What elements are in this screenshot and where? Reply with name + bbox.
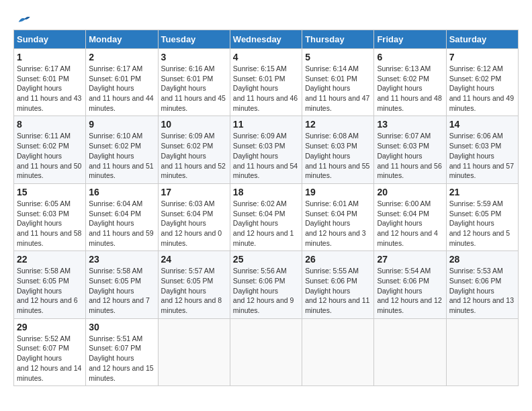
day-info: Sunrise: 5:54 AM Sunset: 6:06 PM Dayligh…: [377, 266, 443, 315]
day-info: Sunrise: 5:59 AM Sunset: 6:05 PM Dayligh…: [449, 199, 515, 248]
day-number: 2: [89, 52, 154, 62]
calendar-cell: 24 Sunrise: 5:57 AM Sunset: 6:05 PM Dayl…: [158, 251, 230, 318]
calendar-cell: 7 Sunrise: 6:12 AM Sunset: 6:02 PM Dayli…: [446, 49, 518, 116]
page-header: [13, 13, 519, 23]
calendar-cell: 14 Sunrise: 6:06 AM Sunset: 6:03 PM Dayl…: [446, 116, 518, 183]
day-number: 8: [17, 119, 83, 130]
calendar-cell: 30 Sunrise: 5:51 AM Sunset: 6:07 PM Dayl…: [86, 318, 158, 385]
day-number: 30: [89, 322, 154, 332]
calendar-cell: 28 Sunrise: 5:53 AM Sunset: 6:06 PM Dayl…: [446, 251, 518, 318]
calendar-cell: 16 Sunrise: 6:04 AM Sunset: 6:04 PM Dayl…: [86, 183, 158, 250]
calendar-cell: 2 Sunrise: 6:17 AM Sunset: 6:01 PM Dayli…: [86, 49, 158, 116]
day-number: 28: [449, 254, 515, 265]
calendar-cell: 11 Sunrise: 6:09 AM Sunset: 6:03 PM Dayl…: [230, 116, 302, 183]
day-info: Sunrise: 6:05 AM Sunset: 6:03 PM Dayligh…: [17, 199, 83, 248]
day-info: Sunrise: 6:03 AM Sunset: 6:04 PM Dayligh…: [161, 199, 227, 248]
day-info: Sunrise: 6:17 AM Sunset: 6:01 PM Dayligh…: [89, 64, 154, 113]
calendar-cell: 17 Sunrise: 6:03 AM Sunset: 6:04 PM Dayl…: [158, 183, 230, 250]
calendar-week-2: 8 Sunrise: 6:11 AM Sunset: 6:02 PM Dayli…: [14, 116, 519, 183]
calendar-cell: 22 Sunrise: 5:58 AM Sunset: 6:05 PM Dayl…: [14, 251, 86, 318]
day-number: 21: [449, 187, 515, 197]
calendar-cell: 3 Sunrise: 6:16 AM Sunset: 6:01 PM Dayli…: [158, 49, 230, 116]
day-number: 11: [233, 119, 299, 130]
weekday-header-saturday: Saturday: [446, 30, 518, 49]
day-number: 20: [377, 187, 443, 197]
calendar-cell: 23 Sunrise: 5:58 AM Sunset: 6:05 PM Dayl…: [86, 251, 158, 318]
day-number: 15: [17, 187, 83, 197]
calendar-cell: 27 Sunrise: 5:54 AM Sunset: 6:06 PM Dayl…: [374, 251, 446, 318]
weekday-header-friday: Friday: [374, 30, 446, 49]
calendar-cell: 21 Sunrise: 5:59 AM Sunset: 6:05 PM Dayl…: [446, 183, 518, 250]
calendar-cell: 20 Sunrise: 6:00 AM Sunset: 6:04 PM Dayl…: [374, 183, 446, 250]
day-info: Sunrise: 6:00 AM Sunset: 6:04 PM Dayligh…: [377, 199, 443, 248]
calendar-week-5: 29 Sunrise: 5:52 AM Sunset: 6:07 PM Dayl…: [14, 318, 519, 385]
calendar-cell: 19 Sunrise: 6:01 AM Sunset: 6:04 PM Dayl…: [302, 183, 374, 250]
day-number: 7: [449, 52, 515, 62]
calendar-cell: [230, 318, 302, 385]
day-info: Sunrise: 6:13 AM Sunset: 6:02 PM Dayligh…: [377, 64, 443, 113]
logo-bird-icon: [16, 13, 31, 26]
day-number: 19: [305, 187, 371, 197]
calendar-cell: 13 Sunrise: 6:07 AM Sunset: 6:03 PM Dayl…: [374, 116, 446, 183]
calendar-cell: [374, 318, 446, 385]
day-number: 23: [89, 254, 154, 265]
day-number: 3: [161, 52, 227, 62]
calendar-week-4: 22 Sunrise: 5:58 AM Sunset: 6:05 PM Dayl…: [14, 251, 519, 318]
calendar-table: SundayMondayTuesdayWednesdayThursdayFrid…: [13, 30, 519, 386]
weekday-header-thursday: Thursday: [302, 30, 374, 49]
day-info: Sunrise: 5:51 AM Sunset: 6:07 PM Dayligh…: [89, 334, 154, 383]
day-number: 5: [305, 52, 371, 62]
day-info: Sunrise: 6:01 AM Sunset: 6:04 PM Dayligh…: [305, 199, 371, 248]
day-number: 27: [377, 254, 443, 265]
day-info: Sunrise: 5:53 AM Sunset: 6:06 PM Dayligh…: [449, 266, 515, 315]
day-info: Sunrise: 6:09 AM Sunset: 6:03 PM Dayligh…: [233, 131, 299, 180]
day-number: 26: [305, 254, 371, 265]
day-number: 10: [161, 119, 227, 130]
calendar-cell: 8 Sunrise: 6:11 AM Sunset: 6:02 PM Dayli…: [14, 116, 86, 183]
calendar-cell: 12 Sunrise: 6:08 AM Sunset: 6:03 PM Dayl…: [302, 116, 374, 183]
day-number: 6: [377, 52, 443, 62]
day-info: Sunrise: 5:57 AM Sunset: 6:05 PM Dayligh…: [161, 266, 227, 315]
calendar-cell: 5 Sunrise: 6:14 AM Sunset: 6:01 PM Dayli…: [302, 49, 374, 116]
day-number: 17: [161, 187, 227, 197]
calendar-cell: 15 Sunrise: 6:05 AM Sunset: 6:03 PM Dayl…: [14, 183, 86, 250]
calendar-body: 1 Sunrise: 6:17 AM Sunset: 6:01 PM Dayli…: [14, 49, 519, 386]
day-info: Sunrise: 5:56 AM Sunset: 6:06 PM Dayligh…: [233, 266, 299, 315]
day-info: Sunrise: 6:06 AM Sunset: 6:03 PM Dayligh…: [449, 131, 515, 180]
day-info: Sunrise: 5:52 AM Sunset: 6:07 PM Dayligh…: [17, 334, 83, 383]
calendar-cell: 10 Sunrise: 6:09 AM Sunset: 6:02 PM Dayl…: [158, 116, 230, 183]
day-info: Sunrise: 5:55 AM Sunset: 6:06 PM Dayligh…: [305, 266, 371, 315]
day-info: Sunrise: 6:14 AM Sunset: 6:01 PM Dayligh…: [305, 64, 371, 113]
day-info: Sunrise: 6:17 AM Sunset: 6:01 PM Dayligh…: [17, 64, 83, 113]
day-info: Sunrise: 6:07 AM Sunset: 6:03 PM Dayligh…: [377, 131, 443, 180]
day-number: 16: [89, 187, 154, 197]
calendar-cell: 9 Sunrise: 6:10 AM Sunset: 6:02 PM Dayli…: [86, 116, 158, 183]
day-number: 9: [89, 119, 154, 130]
day-number: 4: [233, 52, 299, 62]
day-number: 1: [17, 52, 83, 62]
calendar-week-1: 1 Sunrise: 6:17 AM Sunset: 6:01 PM Dayli…: [14, 49, 519, 116]
calendar-cell: 4 Sunrise: 6:15 AM Sunset: 6:01 PM Dayli…: [230, 49, 302, 116]
day-number: 25: [233, 254, 299, 265]
day-number: 13: [377, 119, 443, 130]
day-info: Sunrise: 6:04 AM Sunset: 6:04 PM Dayligh…: [89, 199, 154, 248]
day-info: Sunrise: 6:08 AM Sunset: 6:03 PM Dayligh…: [305, 131, 371, 180]
day-number: 18: [233, 187, 299, 197]
calendar-cell: 26 Sunrise: 5:55 AM Sunset: 6:06 PM Dayl…: [302, 251, 374, 318]
day-number: 29: [17, 322, 83, 332]
weekday-header-monday: Monday: [86, 30, 158, 49]
day-number: 22: [17, 254, 83, 265]
calendar-cell: [446, 318, 518, 385]
calendar-header-row: SundayMondayTuesdayWednesdayThursdayFrid…: [14, 30, 519, 49]
day-info: Sunrise: 6:02 AM Sunset: 6:04 PM Dayligh…: [233, 199, 299, 248]
day-info: Sunrise: 6:12 AM Sunset: 6:02 PM Dayligh…: [449, 64, 515, 113]
weekday-header-wednesday: Wednesday: [230, 30, 302, 49]
calendar-cell: 25 Sunrise: 5:56 AM Sunset: 6:06 PM Dayl…: [230, 251, 302, 318]
day-number: 12: [305, 119, 371, 130]
day-info: Sunrise: 6:15 AM Sunset: 6:01 PM Dayligh…: [233, 64, 299, 113]
day-number: 14: [449, 119, 515, 130]
day-info: Sunrise: 6:16 AM Sunset: 6:01 PM Dayligh…: [161, 64, 227, 113]
calendar-cell: [302, 318, 374, 385]
calendar-cell: 18 Sunrise: 6:02 AM Sunset: 6:04 PM Dayl…: [230, 183, 302, 250]
weekday-header-sunday: Sunday: [14, 30, 86, 49]
